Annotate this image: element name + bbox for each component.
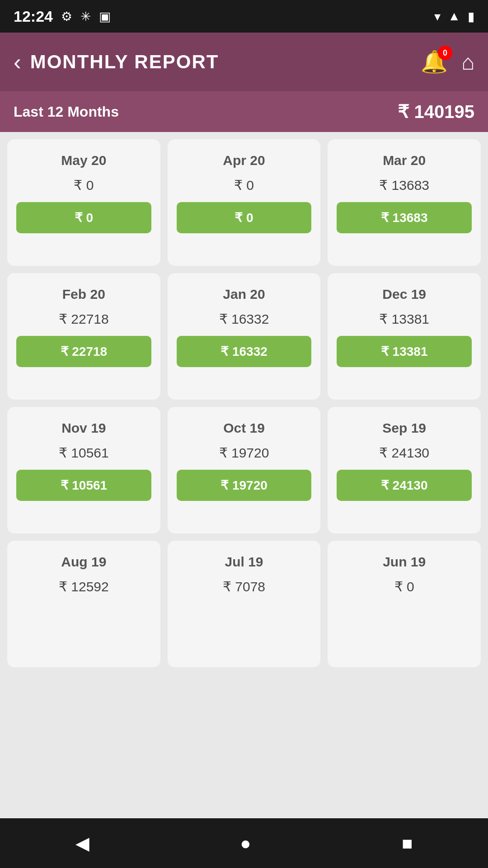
back-button[interactable]: ‹ (14, 51, 21, 73)
card-amount-label: ₹ 0 (394, 579, 414, 594)
card-amount-label: ₹ 10561 (59, 445, 109, 461)
month-card: Sep 19₹ 24130₹ 24130 (328, 407, 481, 533)
header: ‹ MONTHLY REPORT 🔔 0 ⌂ (0, 33, 488, 91)
bottom-nav: ◀ ● ■ (0, 818, 488, 868)
card-amount-label: ₹ 0 (234, 177, 254, 193)
card-month-label: Sep 19 (382, 420, 426, 436)
month-card: Feb 20₹ 22718₹ 22718 (7, 273, 160, 400)
card-amount-button[interactable]: ₹ 22718 (16, 336, 151, 367)
card-amount-button[interactable]: ₹ 16332 (177, 336, 312, 367)
month-card: Jul 19₹ 7078 (168, 541, 321, 667)
main-content: May 20₹ 0₹ 0Apr 20₹ 0₹ 0Mar 20₹ 13683₹ 1… (0, 132, 488, 868)
card-month-label: May 20 (61, 153, 106, 168)
summary-bar: Last 12 Months ₹ 140195 (0, 91, 488, 132)
compass-icon: ✳ (80, 9, 91, 24)
card-month-label: Nov 19 (61, 420, 106, 436)
card-month-label: Aug 19 (61, 554, 106, 570)
home-icon[interactable]: ⌂ (461, 50, 474, 75)
card-amount-button[interactable]: ₹ 13381 (337, 336, 472, 367)
notification-badge: 0 (438, 46, 452, 60)
card-amount-label: ₹ 16332 (219, 311, 269, 327)
card-amount-button[interactable]: ₹ 19720 (177, 470, 312, 501)
nav-recents-button[interactable]: ■ (402, 833, 413, 854)
nav-back-button[interactable]: ◀ (75, 833, 89, 854)
month-card: Aug 19₹ 12592 (7, 541, 160, 667)
card-amount-label: ₹ 7078 (223, 579, 265, 594)
nav-home-button[interactable]: ● (240, 833, 251, 854)
notification-bell[interactable]: 🔔 0 (421, 49, 448, 75)
month-card: Nov 19₹ 10561₹ 10561 (7, 407, 160, 533)
card-month-label: Dec 19 (382, 287, 426, 302)
card-amount-label: ₹ 19720 (219, 445, 269, 461)
wifi-icon: ▾ (434, 9, 441, 24)
battery-icon: ▮ (468, 9, 474, 24)
card-amount-label: ₹ 0 (74, 177, 94, 193)
card-month-label: Feb 20 (62, 287, 105, 302)
month-card: May 20₹ 0₹ 0 (7, 139, 160, 266)
summary-label: Last 12 Months (14, 104, 119, 120)
month-card: Jun 19₹ 0 (328, 541, 481, 667)
settings-icon: ⚙ (61, 9, 72, 24)
summary-amount: ₹ 140195 (398, 101, 474, 122)
sim-icon: ▣ (99, 9, 111, 24)
cards-grid: May 20₹ 0₹ 0Apr 20₹ 0₹ 0Mar 20₹ 13683₹ 1… (7, 139, 481, 667)
card-month-label: Jul 19 (225, 554, 263, 570)
card-month-label: Jun 19 (383, 554, 426, 570)
card-month-label: Mar 20 (383, 153, 426, 168)
card-amount-button[interactable]: ₹ 10561 (16, 470, 151, 501)
card-amount-button[interactable]: ₹ 13683 (337, 202, 472, 233)
card-month-label: Apr 20 (223, 153, 265, 168)
card-amount-label: ₹ 22718 (59, 311, 109, 327)
card-month-label: Jan 20 (223, 287, 265, 302)
month-card: Jan 20₹ 16332₹ 16332 (168, 273, 321, 400)
card-amount-button[interactable]: ₹ 24130 (337, 470, 472, 501)
month-card: Mar 20₹ 13683₹ 13683 (328, 139, 481, 266)
card-amount-button[interactable]: ₹ 0 (177, 202, 312, 233)
card-amount-button[interactable]: ₹ 0 (16, 202, 151, 233)
month-card: Apr 20₹ 0₹ 0 (168, 139, 321, 266)
status-time: 12:24 (14, 8, 53, 25)
card-amount-label: ₹ 13381 (379, 311, 429, 327)
signal-icon: ▲ (448, 9, 460, 24)
card-amount-label: ₹ 13683 (379, 177, 429, 193)
month-card: Dec 19₹ 13381₹ 13381 (328, 273, 481, 400)
card-month-label: Oct 19 (223, 420, 265, 436)
status-bar: 12:24 ⚙ ✳ ▣ ▾ ▲ ▮ (0, 0, 488, 33)
card-amount-label: ₹ 24130 (379, 445, 429, 461)
page-title: MONTHLY REPORT (30, 51, 219, 73)
card-amount-label: ₹ 12592 (59, 579, 109, 594)
month-card: Oct 19₹ 19720₹ 19720 (168, 407, 321, 533)
